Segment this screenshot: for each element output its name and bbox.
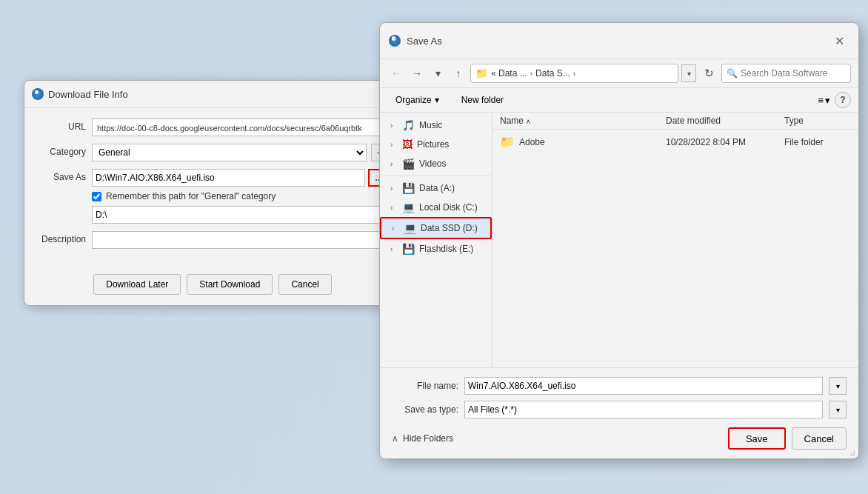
save-button[interactable]: Save	[728, 427, 786, 450]
local-c-label: Local Disk (C:)	[419, 202, 478, 213]
sidebar-item-flashdisk-e[interactable]: › 💾 Flashdisk (E:)	[380, 239, 492, 258]
url-value: https://doc-00-c8-docs.googleusercontent…	[92, 119, 389, 136]
path-input[interactable]: D:\	[92, 206, 389, 224]
sidebar: › 🎵 Music › 🖼 Pictures › 🎬 Videos ›	[380, 113, 493, 367]
description-field	[92, 231, 389, 249]
toolbar-row: Organize ▾ New folder ≡ ▾ ?	[380, 88, 858, 113]
file-item-adobe[interactable]: 📁 Adobe 10/28/2022 8:04 PM File folder	[493, 131, 858, 153]
save-as-type-input[interactable]: All Files (*.*)	[464, 401, 823, 418]
address-separator-2: ›	[573, 70, 575, 78]
category-select[interactable]: General	[92, 144, 367, 161]
col-type-header[interactable]: Type	[784, 116, 851, 126]
data-ssd-chevron: ›	[392, 224, 399, 233]
save-as-type-dropdown[interactable]: ▾	[829, 401, 847, 418]
organize-button[interactable]: Organize ▾	[387, 91, 447, 109]
local-c-icon: 💻	[402, 201, 415, 213]
saveas-titlebar: Save As ✕	[380, 23, 858, 59]
save-as-label: Save As	[36, 169, 92, 182]
music-label: Music	[419, 120, 442, 130]
file-list: Name Date modified Type 📁 Adobe 10/28/20…	[493, 113, 858, 367]
up-button[interactable]: ↑	[450, 64, 467, 82]
videos-icon: 🎬	[402, 158, 415, 170]
save-as-type-row: Save as type: All Files (*.*) ▾	[392, 401, 847, 418]
organize-dropdown-icon: ▾	[435, 95, 439, 105]
back-button[interactable]: ←	[387, 64, 405, 82]
saveas-cancel-button[interactable]: Cancel	[792, 427, 847, 450]
music-icon: 🎵	[402, 119, 415, 131]
videos-label: Videos	[419, 158, 446, 169]
adobe-type: File folder	[784, 137, 851, 147]
refresh-button[interactable]: ↻	[699, 64, 718, 83]
sidebar-item-videos[interactable]: › 🎬 Videos	[380, 154, 492, 173]
url-row: URL https://doc-00-c8-docs.googleusercon…	[36, 119, 389, 136]
address-separator-1: ›	[530, 70, 533, 78]
flashdisk-label: Flashdisk (E:)	[419, 244, 473, 254]
remember-path-label: Remember this path for "General" categor…	[106, 191, 276, 201]
sidebar-item-pictures[interactable]: › 🖼 Pictures	[380, 135, 492, 154]
pictures-label: Pictures	[417, 139, 449, 150]
adobe-date: 10/28/2022 8:04 PM	[666, 137, 784, 147]
data-a-chevron: ›	[390, 184, 398, 193]
pictures-icon: 🖼	[402, 138, 413, 150]
file-name-dropdown[interactable]: ▾	[829, 377, 847, 395]
data-ssd-label: Data SSD (D:)	[421, 223, 478, 233]
saveas-content: › 🎵 Music › 🖼 Pictures › 🎬 Videos ›	[380, 113, 858, 367]
music-chevron: ›	[390, 121, 398, 130]
url-label: URL	[36, 119, 92, 132]
remember-path-checkbox[interactable]	[92, 192, 101, 201]
download-dialog-icon	[32, 88, 44, 100]
description-input[interactable]	[92, 231, 389, 249]
remember-path-row: Remember this path for "General" categor…	[92, 191, 389, 201]
col-name-header[interactable]: Name	[500, 116, 666, 126]
search-input[interactable]	[741, 68, 846, 79]
view-dropdown-icon: ▾	[825, 95, 830, 106]
hide-folders-label: Hide Folders	[403, 433, 453, 444]
new-folder-button[interactable]: New folder	[453, 91, 512, 109]
file-name-row: File name: Win7.AIO.X86.X64_uefi.iso ▾	[392, 377, 847, 395]
address-bar[interactable]: 📁 « Data ... › Data S... ›	[470, 64, 678, 83]
category-field: General +	[92, 144, 389, 161]
data-a-label: Data (A:)	[419, 183, 455, 193]
help-button[interactable]: ?	[835, 92, 851, 108]
new-folder-label: New folder	[461, 95, 504, 105]
start-download-button[interactable]: Start Download	[187, 274, 273, 295]
resize-handle[interactable]: ⊿	[849, 449, 855, 457]
url-field: https://doc-00-c8-docs.googleusercontent…	[92, 119, 389, 136]
sidebar-item-data-ssd-d[interactable]: › 💻 Data SSD (D:)	[380, 217, 492, 239]
address-part-2: Data S...	[535, 68, 570, 79]
data-ssd-icon: 💻	[404, 222, 416, 234]
address-dropdown-button[interactable]: ▾	[681, 64, 696, 82]
category-label: Category	[36, 144, 92, 157]
action-buttons: Save Cancel	[728, 427, 847, 450]
adobe-folder-icon: 📁	[500, 135, 515, 149]
save-as-input[interactable]: D:\Win7.AIO.X86.X64_uefi.iso	[92, 169, 365, 187]
nav-bar: ← → ▾ ↑ 📁 « Data ... › Data S... › ▾ ↻ 🔍	[380, 59, 858, 88]
saveas-dialog-icon	[389, 35, 401, 47]
organize-label: Organize	[395, 95, 432, 105]
sidebar-item-music[interactable]: › 🎵 Music	[380, 116, 492, 135]
view-button[interactable]: ≡ ▾	[818, 95, 830, 106]
forward-button[interactable]: →	[408, 64, 426, 82]
adobe-name: Adobe	[519, 137, 666, 147]
cancel-button[interactable]: Cancel	[278, 274, 331, 295]
col-date-header[interactable]: Date modified	[666, 116, 784, 126]
search-bar: 🔍	[721, 64, 851, 83]
download-later-button[interactable]: Download Later	[93, 274, 181, 295]
file-name-input[interactable]: Win7.AIO.X86.X64_uefi.iso	[464, 377, 823, 395]
download-dialog-body: URL https://doc-00-c8-docs.googleusercon…	[24, 108, 401, 267]
saveas-dialog: Save As ✕ ← → ▾ ↑ 📁 « Data ... › Data S.…	[379, 22, 859, 459]
sidebar-item-data-a[interactable]: › 💾 Data (A:)	[380, 178, 492, 198]
saveas-close-button[interactable]: ✕	[829, 30, 849, 51]
flashdisk-chevron: ›	[390, 245, 398, 253]
local-c-chevron: ›	[390, 204, 398, 212]
file-list-body: 📁 Adobe 10/28/2022 8:04 PM File folder	[493, 130, 858, 367]
videos-chevron: ›	[390, 160, 398, 168]
hide-folders-button[interactable]: ∧ Hide Folders	[392, 433, 453, 444]
search-icon: 🔍	[727, 68, 738, 79]
desktop: Download File Info ─ URL https://doc-00-…	[0, 0, 868, 494]
nav-dropdown-button[interactable]: ▾	[429, 64, 447, 82]
sidebar-item-local-c[interactable]: › 💻 Local Disk (C:)	[380, 198, 492, 217]
description-row: Description	[36, 231, 389, 249]
description-label: Description	[36, 231, 92, 244]
download-dialog-title: Download File Info	[48, 89, 378, 100]
